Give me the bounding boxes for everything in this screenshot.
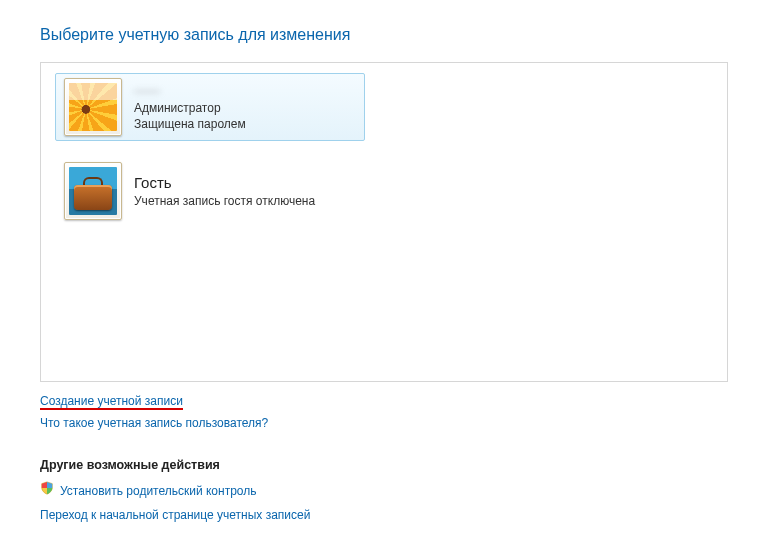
suitcase-icon bbox=[69, 167, 117, 215]
other-actions-heading: Другие возможные действия bbox=[40, 458, 728, 472]
account-text: —— Администратор Защищена паролем bbox=[122, 82, 246, 132]
avatar-frame bbox=[64, 162, 122, 220]
shield-icon bbox=[40, 481, 54, 495]
account-text: Гость Учетная запись гостя отключена bbox=[122, 173, 315, 209]
account-status: Учетная запись гостя отключена bbox=[134, 193, 315, 209]
account-status: Защищена паролем bbox=[134, 116, 246, 132]
account-role: Администратор bbox=[134, 100, 246, 116]
account-item-guest[interactable]: Гость Учетная запись гостя отключена bbox=[55, 157, 365, 225]
account-item-admin[interactable]: —— Администратор Защищена паролем bbox=[55, 73, 365, 141]
what-is-account-link[interactable]: Что такое учетная запись пользователя? bbox=[40, 416, 268, 430]
account-name: —— bbox=[134, 82, 246, 100]
accounts-list: —— Администратор Защищена паролем Гость … bbox=[40, 62, 728, 382]
accounts-home-link[interactable]: Переход к начальной странице учетных зап… bbox=[40, 508, 310, 522]
page-title: Выберите учетную запись для изменения bbox=[40, 26, 728, 44]
account-name: Гость bbox=[134, 173, 315, 193]
flower-icon bbox=[69, 83, 117, 131]
parental-controls-link[interactable]: Установить родительский контроль bbox=[60, 484, 257, 498]
create-account-link[interactable]: Создание учетной записи bbox=[40, 394, 183, 410]
avatar-frame bbox=[64, 78, 122, 136]
links-block: Создание учетной записи Что такое учетна… bbox=[40, 388, 728, 430]
